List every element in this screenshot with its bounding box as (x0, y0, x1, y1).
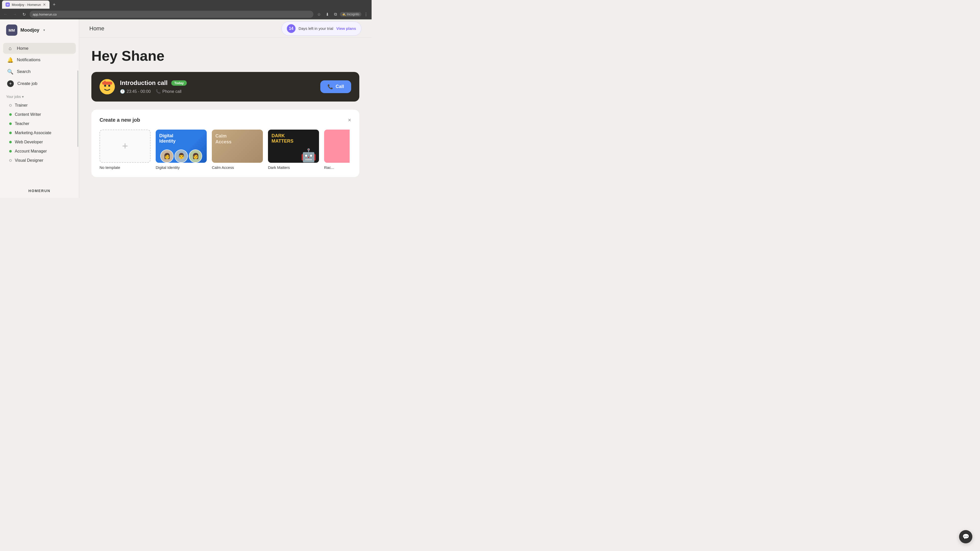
split-screen-button[interactable]: ⧉ (332, 11, 339, 18)
call-type-text: Phone call (162, 89, 181, 94)
call-time: 🕐 23:45 - 00:00 (120, 89, 151, 94)
dm-figure: 🤖 (301, 148, 317, 163)
tab-close-button[interactable]: ✕ (43, 3, 46, 6)
job-item-account-manager[interactable]: Account Manager (6, 147, 73, 156)
incognito-label: Incognito (347, 13, 360, 16)
your-jobs-label[interactable]: Your jobs ▾ (6, 95, 73, 99)
create-job-header: Create a new job × (100, 117, 351, 124)
no-template-label: No template (100, 165, 120, 170)
job-dot-visual-designer (9, 159, 12, 162)
call-type: 📞 Phone call (156, 89, 181, 94)
call-button[interactable]: 📞 Call (320, 80, 351, 93)
address-text: app.homerun.co (33, 13, 57, 16)
template-calm-access[interactable]: CalmAccess Calm Access (212, 130, 263, 170)
calm-access-image: CalmAccess (212, 130, 263, 163)
create-job-section: Create a new job × + No template Dig (91, 110, 360, 177)
call-button-label: Call (336, 84, 344, 89)
calm-access-label: Calm Access (212, 165, 234, 170)
job-label-trainer: Trainer (15, 103, 27, 108)
sidebar-item-search-label: Search (17, 69, 30, 74)
di-photo-1: 👩 (160, 149, 173, 163)
sidebar-item-create-job[interactable]: + Create job (3, 78, 76, 89)
page-title: Home (89, 25, 104, 32)
search-icon: 🔍 (7, 68, 13, 75)
browser-frame: M Moodjoy - Homerun ✕ + ← → ↻ app.homeru… (0, 0, 372, 19)
bell-icon: 🔔 (7, 57, 13, 63)
create-job-close-button[interactable]: × (348, 117, 351, 124)
new-tab-button[interactable]: + (51, 1, 58, 8)
call-info: Introduction call Today 🕐 23:45 - 00:00 … (120, 79, 315, 94)
svg-point-0 (100, 79, 115, 94)
svg-rect-3 (102, 82, 112, 85)
svg-point-1 (104, 85, 106, 87)
clock-icon: 🕐 (120, 89, 125, 94)
template-rac[interactable]: Rac... (324, 130, 350, 170)
sidebar-item-home[interactable]: ⌂ Home (3, 43, 76, 54)
today-badge: Today (171, 80, 187, 86)
template-dark-matters[interactable]: DarkMatters 🤖 Dark Matters (268, 130, 319, 170)
job-label-web-developer: Web Developer (15, 140, 43, 144)
incognito-badge: 🕵 Incognito (340, 12, 361, 17)
job-item-visual-designer[interactable]: Visual Designer (6, 156, 73, 165)
di-photo-2: 👨 (175, 149, 188, 163)
your-jobs-section: Your jobs ▾ Trainer Content Writer Teach… (0, 92, 79, 167)
job-dot-marketing-associate (9, 132, 12, 134)
job-item-trainer[interactable]: Trainer (6, 101, 73, 110)
template-digital-identity[interactable]: DigitalIdentity 👩 👨 👩 (156, 130, 207, 170)
trial-days-number: 14 (287, 24, 296, 33)
svg-point-2 (108, 85, 110, 87)
menu-button[interactable]: ⋮ (363, 11, 369, 18)
call-time-text: 23:45 - 00:00 (127, 89, 151, 94)
sidebar-logo: HOMERUN (28, 189, 50, 193)
job-item-teacher[interactable]: Teacher (6, 119, 73, 128)
job-list: Trainer Content Writer Teacher Marketing… (6, 101, 73, 165)
job-label-visual-designer: Visual Designer (15, 158, 43, 163)
job-label-account-manager: Account Manager (15, 149, 47, 154)
active-tab[interactable]: M Moodjoy - Homerun ✕ (2, 0, 49, 9)
di-title-text: DigitalIdentity (159, 133, 176, 144)
plus-icon: + (122, 140, 128, 152)
job-dot-trainer (9, 104, 12, 106)
view-plans-link[interactable]: View plans (336, 26, 356, 30)
create-job-title: Create a new job (100, 117, 140, 123)
no-template-image: + (100, 130, 151, 163)
sidebar-item-home-label: Home (17, 46, 28, 51)
bookmark-button[interactable]: ☆ (315, 11, 323, 18)
digital-identity-image: DigitalIdentity 👩 👨 👩 (156, 130, 207, 163)
main-content: Home 14 Days left in your trial View pla… (79, 19, 372, 198)
sidebar-item-search[interactable]: 🔍 Search (3, 66, 76, 77)
rac-image (324, 130, 350, 163)
app-container: MM Moodjoy ▾ ⌂ Home 🔔 Notifications 🔍 Se… (0, 19, 372, 198)
toolbar-actions: ☆ ⬇ ⧉ 🕵 Incognito ⋮ (315, 11, 369, 18)
your-jobs-arrow: ▾ (22, 95, 24, 99)
sidebar-item-notifications[interactable]: 🔔 Notifications (3, 54, 76, 65)
sidebar-item-create-job-label: Create job (18, 81, 37, 86)
call-details: 🕐 23:45 - 00:00 📞 Phone call (120, 89, 315, 94)
refresh-button[interactable]: ↻ (21, 11, 27, 18)
call-avatar (100, 79, 115, 94)
dark-matters-image: DarkMatters 🤖 (268, 130, 319, 163)
home-icon: ⌂ (7, 45, 13, 51)
call-title: Introduction call (120, 79, 168, 86)
back-button[interactable]: ← (2, 11, 9, 18)
sidebar-item-notifications-label: Notifications (17, 57, 41, 62)
trial-badge: 14 Days left in your trial View plans (282, 21, 361, 36)
job-item-web-developer[interactable]: Web Developer (6, 138, 73, 147)
company-dropdown-arrow[interactable]: ▾ (43, 28, 45, 32)
tab-bar: M Moodjoy - Homerun ✕ + (0, 0, 372, 9)
job-item-marketing-associate[interactable]: Marketing Associate (6, 128, 73, 138)
forward-button[interactable]: → (11, 11, 18, 18)
sidebar-scrollbar[interactable] (77, 70, 78, 147)
avatar: MM (6, 24, 18, 36)
job-item-content-writer[interactable]: Content Writer (6, 110, 73, 119)
sidebar-header: MM Moodjoy ▾ (0, 19, 79, 41)
avatar-initials: MM (9, 28, 15, 32)
dm-title-text: DarkMatters (272, 133, 293, 144)
template-no-template[interactable]: + No template (100, 130, 151, 170)
address-bar[interactable]: app.homerun.co (30, 11, 313, 18)
download-button[interactable]: ⬇ (324, 11, 331, 18)
job-dot-account-manager (9, 150, 12, 152)
job-dot-content-writer (9, 113, 12, 116)
address-bar-row: ← → ↻ app.homerun.co ☆ ⬇ ⧉ 🕵 Incognito ⋮ (0, 9, 372, 19)
job-label-teacher: Teacher (15, 121, 29, 126)
